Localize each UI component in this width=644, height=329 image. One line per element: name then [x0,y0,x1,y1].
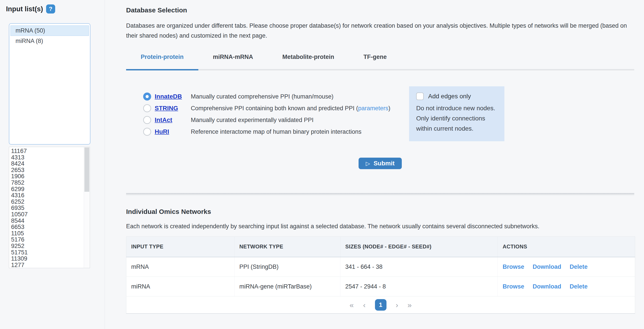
submit-button[interactable]: ▷ Submit [358,158,402,169]
tab-tf-gene[interactable]: TF-gene [349,53,401,70]
delete-link-mirna[interactable]: Delete [570,283,588,290]
database-description: Manually curated experimentally validate… [191,117,314,124]
section-divider [126,193,634,196]
parameters-link[interactable]: parameters [358,105,388,112]
browse-link-mrna[interactable]: Browse [502,264,524,270]
cell-network-type: PPI (StringDB) [234,257,340,277]
database-link-huri[interactable]: HuRI [155,128,191,135]
id-value: 6299 [11,186,28,192]
radio-string[interactable] [143,104,151,112]
database-panel: InnateDBManually curated comprehensive P… [126,92,634,146]
table-row-mrna: mRNAPPI (StringDB)341 - 664 - 38BrowseDo… [126,257,635,277]
id-values-scrollbar[interactable] [84,147,90,268]
sidebar-title: Input list(s) [6,5,43,13]
database-description: Comprehensive PPI containing both known … [191,105,390,112]
id-value: 4316 [11,192,28,199]
list-option-mrna-50-[interactable]: mRNA (50) [10,25,89,36]
id-value: 4313 [11,154,28,161]
id-value: 1105 [11,230,28,237]
add-edges-checkbox[interactable] [416,92,424,100]
id-value: 6653 [11,224,28,230]
id-value: 11167 [11,148,28,154]
play-icon: ▷ [366,161,370,166]
main-content: Database Selection Databases are organiz… [105,0,644,329]
tab-mirna-mrna[interactable]: miRNA-mRNA [198,53,268,70]
column-header-sizes-2: SIZES (NODE# - EDGE# - SEED#) [340,237,498,257]
id-value: 8424 [11,161,28,167]
sidebar-header: Input list(s) ? [6,4,55,13]
database-row-huri: HuRIReference interactome map of human b… [143,128,634,136]
database-link-string[interactable]: STRING [155,105,191,112]
pagination-first-icon[interactable]: « [350,301,354,309]
column-header-actions-3: ACTIONS [498,237,635,257]
id-value: 51751 [11,249,28,256]
networks-table: INPUT TYPENETWORK TYPESIZES (NODE# - EDG… [126,237,635,297]
cell-sizes: 341 - 664 - 38 [340,257,498,277]
tab-protein-protein[interactable]: Protein-protein [126,53,198,70]
omics-networks-title: Individual Omics Networks [126,207,634,216]
database-row-intact: IntActManually curated experimentally va… [143,116,634,124]
input-sidebar: Input list(s) ? mRNA (50)miRNA (8) 11167… [0,0,105,329]
submit-row: ▷ Submit [126,158,634,169]
pagination-last-icon[interactable]: » [408,301,412,309]
cell-input-type: miRNA [126,277,234,297]
database-row-innatedb: InnateDBManually curated comprehensive P… [143,92,634,100]
tab-metabolite-protein[interactable]: Metabolite-protein [268,53,349,70]
database-link-innatedb[interactable]: InnateDB [155,93,191,100]
input-list-select[interactable]: mRNA (50)miRNA (8) [9,23,90,145]
database-selection-title: Database Selection [126,6,634,14]
id-value: 8544 [11,218,28,224]
radio-huri[interactable] [143,128,151,136]
cell-input-type: mRNA [126,257,234,277]
table-row-mirna: miRNAmiRNA-gene (miRTarBase)2547 - 2944 … [126,277,635,297]
list-option-mirna-8-[interactable]: miRNA (8) [10,36,89,46]
column-header-network-1: NETWORK TYPE [234,237,340,257]
id-value: 5176 [11,237,28,243]
pagination-prev-icon[interactable]: ‹ [363,301,366,309]
database-description: Manually curated comprehensive PPI (huma… [191,93,334,100]
browse-link-mirna[interactable]: Browse [502,283,524,290]
database-options: InnateDBManually curated comprehensive P… [143,92,634,136]
omics-networks-description: Each network is created independently by… [126,222,634,231]
database-tabs: Protein-proteinmiRNA-mRNAMetabolite-prot… [126,53,634,70]
add-edges-note: Do not introduce new nodes. Only identif… [416,103,497,134]
cell-sizes: 2547 - 2944 - 8 [340,277,498,297]
submit-label: Submit [374,160,395,167]
add-edges-label[interactable]: Add edges only [428,93,471,100]
id-value: 6935 [11,205,28,211]
table-header-row: INPUT TYPENETWORK TYPESIZES (NODE# - EDG… [126,237,635,257]
table-body: mRNAPPI (StringDB)341 - 664 - 38BrowseDo… [126,257,635,297]
cell-network-type: miRNA-gene (miRTarBase) [234,277,340,297]
pagination-page-1[interactable]: 1 [375,299,386,311]
table-pagination: « ‹ 1 › » [126,297,635,314]
pagination-next-icon[interactable]: › [396,301,398,309]
cell-actions: BrowseDownloadDelete [498,257,635,277]
help-icon[interactable]: ? [46,4,55,13]
radio-intact[interactable] [143,116,151,124]
database-selection-description: Databases are organized under different … [126,21,634,41]
id-value: 1906 [11,173,28,180]
id-value: 9252 [11,243,28,249]
id-value: 1277 [11,262,28,268]
database-description: Reference interactome map of human binar… [191,128,362,135]
add-edges-box: Add edges only Do not introduce new node… [409,86,504,141]
cell-actions: BrowseDownloadDelete [498,277,635,297]
download-link-mirna[interactable]: Download [533,283,561,290]
id-value: 10507 [11,211,28,218]
id-value: 6252 [11,199,28,205]
id-value: 11309 [11,256,28,262]
column-header-input-0: INPUT TYPE [126,237,234,257]
scrollbar-thumb[interactable] [84,147,89,192]
database-row-string: STRINGComprehensive PPI containing both … [143,104,634,112]
id-values-textarea[interactable]: 1116743138424265319067852629943166252693… [9,147,90,268]
id-value: 7852 [11,180,28,186]
radio-innatedb[interactable] [143,92,151,100]
id-values-text: 1116743138424265319067852629943166252693… [11,148,28,268]
database-link-intact[interactable]: IntAct [155,116,191,124]
download-link-mrna[interactable]: Download [533,264,561,270]
delete-link-mrna[interactable]: Delete [570,264,588,270]
id-value: 2653 [11,167,28,173]
